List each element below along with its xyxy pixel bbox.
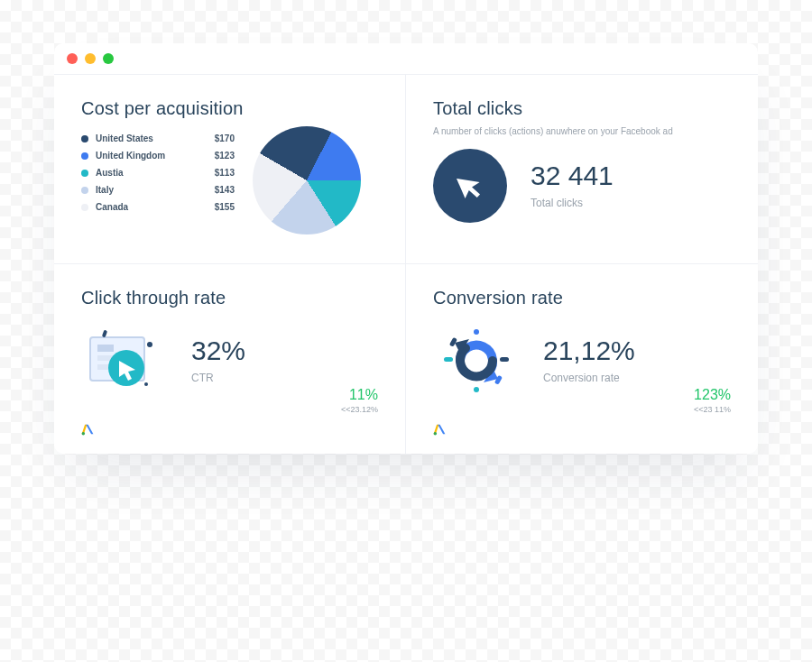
conversion-delta: 123% <<23 11%: [694, 387, 731, 414]
legend-value: $170: [215, 133, 235, 143]
cpa-legend-row: United Kingdom$123: [81, 151, 235, 161]
cpa-legend: United States$170United Kingdom$123Austi…: [81, 133, 235, 212]
cpa-pie-chart: [253, 126, 361, 234]
svg-point-8: [82, 432, 86, 436]
cursor-arrow-icon: [455, 170, 485, 201]
legend-label: United Kingdom: [96, 151, 208, 161]
conversion-delta-value: 123%: [694, 387, 731, 403]
google-ads-logo-icon: [433, 423, 446, 439]
conversion-label: Conversion rate: [543, 372, 635, 384]
clicks-value: 32 441: [531, 162, 614, 189]
legend-swatch-icon: [81, 152, 88, 160]
card-cost-per-acquisition: Cost per acquisition United States$170Un…: [54, 75, 406, 264]
card-title: Conversion rate: [433, 288, 731, 308]
cpa-legend-row: United States$170: [81, 133, 235, 143]
ctr-delta-sub: <<23.12%: [341, 405, 378, 414]
svg-point-6: [144, 382, 148, 386]
legend-label: Canada: [96, 202, 208, 212]
legend-swatch-icon: [81, 170, 88, 177]
card-click-through-rate: Click through rate: [54, 264, 406, 454]
conversion-delta-sub: <<23 11%: [694, 405, 731, 414]
conversion-value: 21,12%: [543, 337, 635, 364]
svg-point-17: [434, 432, 438, 436]
ctr-illustration-icon: [81, 325, 168, 397]
ctr-delta-value: 11%: [341, 387, 378, 403]
svg-point-12: [474, 387, 479, 392]
svg-rect-14: [500, 357, 509, 362]
legend-label: United States: [96, 133, 208, 143]
window-zoom-button[interactable]: [103, 53, 114, 64]
ctr-delta: 11% <<23.12%: [341, 387, 378, 414]
svg-rect-13: [444, 357, 453, 362]
legend-label: Italy: [96, 185, 208, 195]
window-titlebar: [54, 43, 758, 75]
card-title: Total clicks: [433, 98, 731, 119]
clicks-label: Total clicks: [531, 197, 614, 209]
legend-value: $123: [215, 151, 235, 161]
legend-value: $143: [215, 185, 235, 195]
legend-value: $155: [215, 202, 235, 212]
cpa-legend-row: Italy$143: [81, 185, 235, 195]
cpa-legend-row: Austia$113: [81, 168, 235, 178]
google-ads-logo-icon: [81, 423, 94, 439]
legend-swatch-icon: [81, 204, 88, 211]
card-title: Click through rate: [81, 288, 378, 308]
legend-value: $113: [215, 168, 235, 178]
svg-rect-1: [97, 345, 114, 352]
window-close-button[interactable]: [67, 53, 78, 64]
conversion-illustration-icon: [433, 325, 520, 397]
window-minimize-button[interactable]: [85, 53, 96, 64]
legend-swatch-icon: [81, 187, 88, 194]
svg-point-11: [474, 329, 479, 335]
app-window: Cost per acquisition United States$170Un…: [54, 43, 758, 454]
card-subtitle: A number of clicks (actions) anuwhere on…: [433, 126, 731, 136]
ctr-label: CTR: [191, 372, 245, 384]
dashboard-grid: Cost per acquisition United States$170Un…: [54, 75, 758, 454]
legend-label: Austia: [96, 168, 208, 178]
ctr-value: 32%: [191, 337, 245, 364]
cpa-legend-row: Canada$155: [81, 202, 235, 212]
legend-swatch-icon: [81, 135, 88, 143]
card-total-clicks: Total clicks A number of clicks (actions…: [406, 75, 758, 264]
svg-point-5: [147, 342, 152, 347]
card-title: Cost per acquisition: [81, 98, 378, 119]
cursor-circle-icon: [433, 149, 507, 223]
card-conversion-rate: Conversion rate: [406, 264, 758, 454]
